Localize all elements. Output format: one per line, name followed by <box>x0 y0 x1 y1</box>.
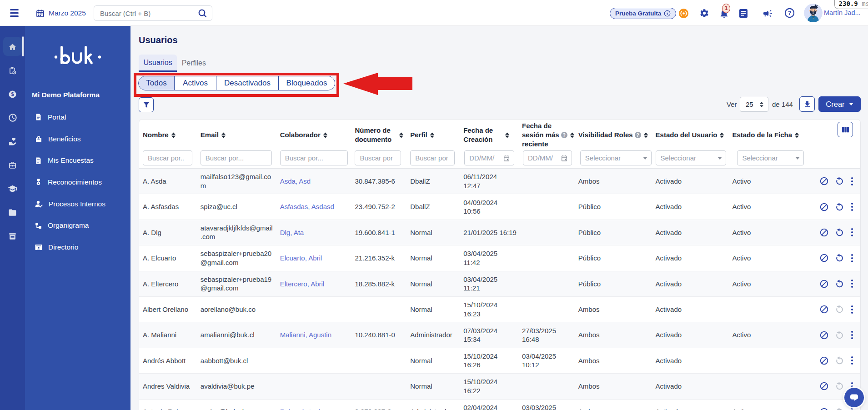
column-header-estado-usuario[interactable]: Estado del Usuario <box>652 130 729 140</box>
kebab-menu-icon[interactable] <box>851 305 853 314</box>
filter-estado-usuario-select[interactable]: Seleccionar <box>656 150 726 165</box>
block-icon[interactable] <box>820 203 828 211</box>
rail-item-store[interactable] <box>0 224 25 248</box>
restore-icon[interactable] <box>835 280 844 288</box>
sidebar-item-directorio[interactable]: Directorio <box>25 236 130 258</box>
sort-icon[interactable] <box>323 132 328 138</box>
hamburger-menu-icon[interactable] <box>10 9 19 17</box>
sort-icon[interactable] <box>171 132 176 138</box>
rail-item-recognition[interactable] <box>0 130 25 153</box>
calendar-icon[interactable] <box>503 155 510 162</box>
kebab-menu-icon[interactable] <box>851 254 853 263</box>
cell-colaborador-link[interactable] <box>276 297 351 322</box>
calendar-icon[interactable] <box>561 155 568 162</box>
cell-colaborador-link[interactable]: Rojas, Antonio <box>276 400 351 410</box>
sort-icon[interactable] <box>719 132 724 138</box>
month-label[interactable]: Marzo 2025 <box>49 0 86 26</box>
filter-nombre-input[interactable]: Buscar por.. <box>143 150 192 165</box>
news-icon[interactable] <box>739 9 748 20</box>
sidebar-item-encuestas[interactable]: Mis Encuestas <box>25 150 130 171</box>
filter-visibilidad-select[interactable]: Seleccionar <box>580 150 652 165</box>
info-icon[interactable]: ? <box>561 132 567 138</box>
chat-fab[interactable] <box>844 388 864 407</box>
kebab-menu-icon[interactable] <box>851 228 853 237</box>
rail-item-clipboard[interactable] <box>0 59 25 82</box>
filter-fecha-sesion-input[interactable]: DD/MM/ <box>523 150 572 165</box>
rail-item-home[interactable] <box>0 35 25 59</box>
sort-icon[interactable] <box>505 132 510 138</box>
filter-fecha-creacion-input[interactable]: DD/MM/ <box>464 150 514 165</box>
block-icon[interactable] <box>820 356 828 365</box>
filter-email-input[interactable]: Buscar por... <box>201 150 272 165</box>
kebab-menu-icon[interactable] <box>851 407 853 410</box>
trial-button[interactable]: Prueba Gratuita <box>610 8 676 19</box>
filter-todos[interactable]: Todos <box>139 76 174 90</box>
cell-colaborador-link[interactable] <box>276 348 351 373</box>
rail-item-benefits[interactable] <box>0 153 25 177</box>
column-header-visibilidad[interactable]: Visibilidad Roles ? <box>575 130 652 140</box>
sort-icon[interactable] <box>794 132 799 138</box>
tab-perfiles[interactable]: Perfiles <box>177 55 211 72</box>
column-header-perfil[interactable]: Perfil <box>406 130 460 140</box>
filter-bloqueados[interactable]: Bloqueados <box>278 76 335 90</box>
cell-colaborador-link[interactable]: Elcuarto, Abril <box>276 245 351 270</box>
sidebar-item-portal[interactable]: Portal <box>25 106 130 128</box>
product-tour-icon[interactable] <box>678 8 689 19</box>
cell-colaborador-link[interactable]: Eltercero, Abril <box>276 271 351 296</box>
rail-item-money[interactable]: $ <box>0 82 25 106</box>
sort-icon[interactable] <box>430 132 435 138</box>
block-icon[interactable] <box>820 280 828 288</box>
sort-icon[interactable] <box>570 132 575 138</box>
filter-button[interactable] <box>139 97 154 112</box>
sidebar-item-reconocimientos[interactable]: Reconocimientos <box>25 171 130 193</box>
block-icon[interactable] <box>820 331 828 340</box>
column-settings-button[interactable] <box>838 122 853 137</box>
sort-icon[interactable] <box>399 132 404 138</box>
sidebar-item-beneficios[interactable]: Beneficios <box>25 128 130 150</box>
user-avatar[interactable] <box>804 4 823 22</box>
filter-desactivados[interactable]: Desactivados <box>216 76 278 90</box>
create-button[interactable]: Crear <box>818 96 861 112</box>
filter-estado-ficha-select[interactable]: Seleccionar <box>737 150 804 165</box>
sort-icon[interactable] <box>643 132 648 138</box>
restore-icon[interactable] <box>835 254 844 262</box>
block-icon[interactable] <box>820 408 828 410</box>
settings-gear-icon[interactable] <box>699 8 709 20</box>
sort-icon[interactable] <box>221 132 226 138</box>
info-icon[interactable]: ? <box>635 132 641 138</box>
sidebar-item-procesos[interactable]: Procesos Internos <box>25 193 130 215</box>
block-icon[interactable] <box>820 382 828 390</box>
column-header-colaborador[interactable]: Colaborador <box>276 130 351 140</box>
restore-icon[interactable] <box>835 382 844 390</box>
kebab-menu-icon[interactable] <box>851 177 853 186</box>
filter-activos[interactable]: Activos <box>174 76 216 90</box>
restore-icon[interactable] <box>835 203 844 211</box>
block-icon[interactable] <box>820 254 828 262</box>
column-header-email[interactable]: Email <box>197 130 276 140</box>
block-icon[interactable] <box>820 228 828 237</box>
kebab-menu-icon[interactable] <box>851 330 853 340</box>
kebab-menu-icon[interactable] <box>851 279 853 288</box>
rail-item-clock[interactable] <box>0 106 25 130</box>
filter-colaborador-input[interactable]: Buscar por... <box>280 150 348 165</box>
column-header-nombre[interactable]: Nombre <box>139 130 197 140</box>
block-icon[interactable] <box>820 305 828 314</box>
page-size-select[interactable]: 25 <box>740 97 768 112</box>
kebab-menu-icon[interactable] <box>851 356 853 365</box>
block-icon[interactable] <box>820 177 828 185</box>
kebab-menu-icon[interactable] <box>851 202 853 211</box>
cell-colaborador-link[interactable]: Asda, Asd <box>276 169 351 194</box>
column-header-estado-ficha[interactable]: Estado de la Ficha <box>728 130 805 140</box>
announcements-megaphone-icon[interactable] <box>763 8 773 20</box>
restore-icon[interactable] <box>835 177 844 185</box>
help-icon[interactable]: ? <box>784 8 795 20</box>
calendar-icon[interactable] <box>35 9 45 20</box>
restore-icon[interactable] <box>835 305 844 314</box>
sidebar-item-organigrama[interactable]: Organigrama <box>25 215 130 236</box>
restore-icon[interactable] <box>835 408 844 410</box>
cell-colaborador-link[interactable]: Asfasdas, Asdasd <box>276 194 351 219</box>
restore-icon[interactable] <box>835 228 844 237</box>
cell-colaborador-link[interactable]: Malianni, Agustin <box>276 322 351 347</box>
rail-item-learning[interactable] <box>0 177 25 200</box>
cell-colaborador-link[interactable]: Dlg, Ata <box>276 220 351 245</box>
